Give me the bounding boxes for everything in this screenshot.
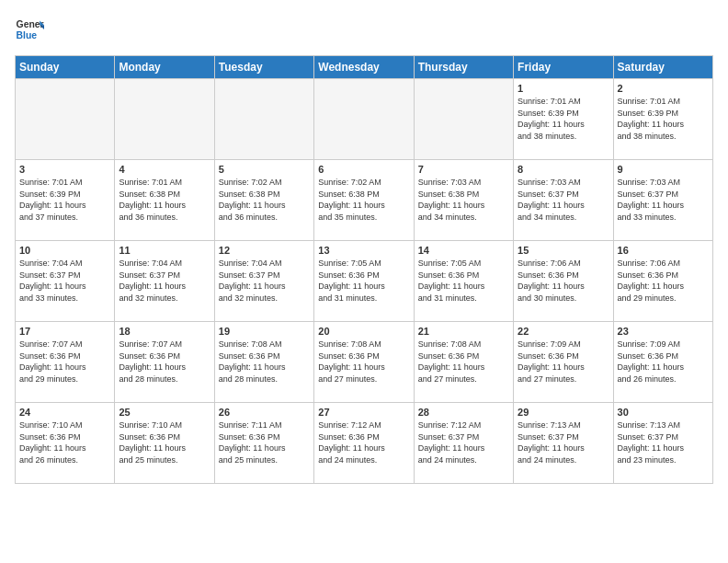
day-info: Sunrise: 7:07 AM Sunset: 6:36 PM Dayligh… [19,339,110,385]
day-number: 18 [119,326,210,337]
day-cell: 4Sunrise: 7:01 AM Sunset: 6:38 PM Daylig… [115,160,214,241]
day-cell: 23Sunrise: 7:09 AM Sunset: 6:36 PM Dayli… [613,322,712,403]
day-number: 24 [19,407,110,418]
day-number: 16 [618,245,709,256]
day-number: 25 [119,407,210,418]
day-info: Sunrise: 7:12 AM Sunset: 6:37 PM Dayligh… [418,419,509,465]
day-info: Sunrise: 7:12 AM Sunset: 6:36 PM Dayligh… [318,419,409,465]
calendar-header-row: SundayMondayTuesdayWednesdayThursdayFrid… [16,56,713,79]
day-number: 30 [618,407,709,418]
day-number: 2 [618,83,709,94]
week-row-2: 3Sunrise: 7:01 AM Sunset: 6:39 PM Daylig… [16,160,713,241]
day-number: 15 [518,245,609,256]
day-cell: 24Sunrise: 7:10 AM Sunset: 6:36 PM Dayli… [16,403,115,484]
page-header: General Blue [15,15,713,44]
day-number: 14 [418,245,509,256]
day-number: 22 [518,326,609,337]
week-row-5: 24Sunrise: 7:10 AM Sunset: 6:36 PM Dayli… [16,403,713,484]
day-info: Sunrise: 7:04 AM Sunset: 6:37 PM Dayligh… [219,258,310,304]
day-cell [115,79,214,160]
day-cell: 11Sunrise: 7:04 AM Sunset: 6:37 PM Dayli… [115,241,214,322]
day-number: 29 [518,407,609,418]
day-cell: 8Sunrise: 7:03 AM Sunset: 6:37 PM Daylig… [514,160,613,241]
header-saturday: Saturday [613,56,712,79]
header-tuesday: Tuesday [214,56,313,79]
day-cell: 1Sunrise: 7:01 AM Sunset: 6:39 PM Daylig… [514,79,613,160]
day-cell [414,79,513,160]
day-number: 23 [618,326,709,337]
day-cell: 21Sunrise: 7:08 AM Sunset: 6:36 PM Dayli… [414,322,513,403]
week-row-4: 17Sunrise: 7:07 AM Sunset: 6:36 PM Dayli… [16,322,713,403]
day-info: Sunrise: 7:06 AM Sunset: 6:36 PM Dayligh… [618,258,709,304]
day-info: Sunrise: 7:08 AM Sunset: 6:36 PM Dayligh… [318,339,409,385]
day-cell: 13Sunrise: 7:05 AM Sunset: 6:36 PM Dayli… [314,241,414,322]
day-number: 6 [318,164,409,175]
day-cell [16,79,115,160]
day-number: 27 [318,407,409,418]
day-info: Sunrise: 7:04 AM Sunset: 6:37 PM Dayligh… [19,258,110,304]
day-info: Sunrise: 7:11 AM Sunset: 6:36 PM Dayligh… [219,419,310,465]
day-info: Sunrise: 7:03 AM Sunset: 6:37 PM Dayligh… [518,177,609,223]
day-cell: 30Sunrise: 7:13 AM Sunset: 6:37 PM Dayli… [613,403,712,484]
day-info: Sunrise: 7:07 AM Sunset: 6:36 PM Dayligh… [119,339,210,385]
day-info: Sunrise: 7:03 AM Sunset: 6:38 PM Dayligh… [418,177,509,223]
day-info: Sunrise: 7:10 AM Sunset: 6:36 PM Dayligh… [19,419,110,465]
day-number: 9 [618,164,709,175]
day-number: 26 [219,407,310,418]
day-info: Sunrise: 7:03 AM Sunset: 6:37 PM Dayligh… [618,177,709,223]
day-cell: 3Sunrise: 7:01 AM Sunset: 6:39 PM Daylig… [16,160,115,241]
day-cell: 9Sunrise: 7:03 AM Sunset: 6:37 PM Daylig… [613,160,712,241]
day-number: 17 [19,326,110,337]
day-number: 3 [19,164,110,175]
header-wednesday: Wednesday [314,56,414,79]
header-monday: Monday [115,56,214,79]
day-cell: 10Sunrise: 7:04 AM Sunset: 6:37 PM Dayli… [16,241,115,322]
day-cell [214,79,313,160]
day-number: 11 [119,245,210,256]
day-cell: 5Sunrise: 7:02 AM Sunset: 6:38 PM Daylig… [214,160,313,241]
day-cell: 26Sunrise: 7:11 AM Sunset: 6:36 PM Dayli… [214,403,313,484]
day-info: Sunrise: 7:13 AM Sunset: 6:37 PM Dayligh… [518,419,609,465]
svg-text:Blue: Blue [17,30,38,40]
day-info: Sunrise: 7:13 AM Sunset: 6:37 PM Dayligh… [618,419,709,465]
header-friday: Friday [514,56,613,79]
logo: General Blue [15,15,48,44]
day-info: Sunrise: 7:02 AM Sunset: 6:38 PM Dayligh… [318,177,409,223]
day-number: 12 [219,245,310,256]
week-row-3: 10Sunrise: 7:04 AM Sunset: 6:37 PM Dayli… [16,241,713,322]
day-info: Sunrise: 7:05 AM Sunset: 6:36 PM Dayligh… [318,258,409,304]
day-number: 21 [418,326,509,337]
day-number: 8 [518,164,609,175]
day-info: Sunrise: 7:01 AM Sunset: 6:39 PM Dayligh… [19,177,110,223]
day-cell: 19Sunrise: 7:08 AM Sunset: 6:36 PM Dayli… [214,322,313,403]
day-cell: 15Sunrise: 7:06 AM Sunset: 6:36 PM Dayli… [514,241,613,322]
day-info: Sunrise: 7:05 AM Sunset: 6:36 PM Dayligh… [418,258,509,304]
week-row-1: 1Sunrise: 7:01 AM Sunset: 6:39 PM Daylig… [16,79,713,160]
day-info: Sunrise: 7:02 AM Sunset: 6:38 PM Dayligh… [219,177,310,223]
day-info: Sunrise: 7:01 AM Sunset: 6:39 PM Dayligh… [618,96,709,142]
day-info: Sunrise: 7:01 AM Sunset: 6:38 PM Dayligh… [119,177,210,223]
day-number: 13 [318,245,409,256]
day-number: 10 [19,245,110,256]
day-info: Sunrise: 7:08 AM Sunset: 6:36 PM Dayligh… [418,339,509,385]
calendar: SundayMondayTuesdayWednesdayThursdayFrid… [15,55,713,484]
day-cell: 7Sunrise: 7:03 AM Sunset: 6:38 PM Daylig… [414,160,513,241]
day-cell: 18Sunrise: 7:07 AM Sunset: 6:36 PM Dayli… [115,322,214,403]
day-number: 19 [219,326,310,337]
day-number: 4 [119,164,210,175]
day-info: Sunrise: 7:06 AM Sunset: 6:36 PM Dayligh… [518,258,609,304]
header-sunday: Sunday [16,56,115,79]
day-cell: 16Sunrise: 7:06 AM Sunset: 6:36 PM Dayli… [613,241,712,322]
logo-icon: General Blue [15,15,44,44]
day-cell: 14Sunrise: 7:05 AM Sunset: 6:36 PM Dayli… [414,241,513,322]
day-number: 5 [219,164,310,175]
day-cell: 29Sunrise: 7:13 AM Sunset: 6:37 PM Dayli… [514,403,613,484]
day-cell [314,79,414,160]
day-number: 7 [418,164,509,175]
day-cell: 22Sunrise: 7:09 AM Sunset: 6:36 PM Dayli… [514,322,613,403]
header-thursday: Thursday [414,56,513,79]
day-number: 28 [418,407,509,418]
day-cell: 27Sunrise: 7:12 AM Sunset: 6:36 PM Dayli… [314,403,414,484]
day-cell: 12Sunrise: 7:04 AM Sunset: 6:37 PM Dayli… [214,241,313,322]
day-info: Sunrise: 7:09 AM Sunset: 6:36 PM Dayligh… [618,339,709,385]
